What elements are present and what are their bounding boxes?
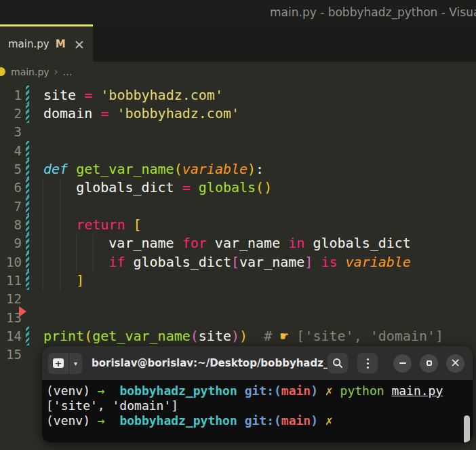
git-modified-marker xyxy=(26,160,29,178)
line-number: 3 xyxy=(0,124,22,139)
token xyxy=(338,254,346,270)
token: site xyxy=(43,87,84,103)
token: variable xyxy=(346,254,411,270)
token: → xyxy=(98,413,105,428)
code-line[interactable]: 1site = 'bobbyhadz.com' xyxy=(0,86,476,104)
token xyxy=(237,383,245,398)
token: ✗ xyxy=(325,383,333,398)
code-line[interactable]: 5def get_var_name(variable): xyxy=(0,160,476,178)
new-terminal-split-button[interactable]: + ▾ xyxy=(48,353,82,374)
git-modified-marker xyxy=(26,86,29,104)
line-number: 8 xyxy=(0,217,22,232)
new-tab-button[interactable]: + xyxy=(48,353,69,374)
git-modified-marker xyxy=(26,141,29,160)
token: ] xyxy=(76,272,84,288)
token: ( xyxy=(84,328,92,344)
token: globals xyxy=(199,179,256,195)
token: main.py xyxy=(391,383,443,398)
token: ( xyxy=(174,161,182,177)
token: globals_dict xyxy=(125,254,231,270)
code-text: return [ xyxy=(43,217,142,233)
close-icon: × xyxy=(450,356,460,369)
tab-bar: main.py M × xyxy=(0,24,476,62)
token: print xyxy=(43,328,84,344)
maximize-button[interactable] xyxy=(420,354,438,373)
token: in xyxy=(288,235,304,251)
code-line[interactable]: 14print(get_var_name(site)) # ☛ ['site',… xyxy=(0,326,476,345)
git-modified-marker xyxy=(26,197,29,215)
code-line[interactable]: 3 xyxy=(0,123,476,141)
terminal-scrollbar[interactable] xyxy=(464,415,470,443)
token: site xyxy=(199,328,231,344)
terminal-titlebar[interactable]: + ▾ borislav@borislav:~/Desktop/bobbyhad… xyxy=(42,346,473,380)
window-titlebar: main.py - bobbyhadz_python - Visua xyxy=(0,0,476,24)
tab-main-py[interactable]: main.py M × xyxy=(0,24,93,62)
code-line[interactable]: 2domain = 'bobbyhadz.com' xyxy=(0,104,476,122)
breadcrumb-file[interactable]: main.py xyxy=(11,67,49,77)
code-line[interactable]: 11 ] xyxy=(0,271,476,289)
line-number: 12 xyxy=(0,291,22,306)
token: ['site', 'domain'] xyxy=(46,398,178,413)
git-modified-marker xyxy=(26,104,29,122)
token: ) xyxy=(247,161,256,177)
token: globals_dict xyxy=(304,235,411,251)
token: (venv) xyxy=(46,383,98,398)
minimize-button[interactable] xyxy=(393,354,412,373)
token: for xyxy=(182,235,207,251)
menu-button[interactable] xyxy=(357,353,378,373)
token: [ xyxy=(231,254,239,270)
search-button[interactable] xyxy=(328,353,348,373)
token: [ xyxy=(133,217,141,233)
close-button[interactable]: × xyxy=(446,354,464,373)
token: git:( xyxy=(245,383,281,398)
token: 'bobbyhadz.com' xyxy=(117,105,239,121)
token: def xyxy=(43,161,76,177)
git-modified-marker xyxy=(26,252,29,271)
token: → xyxy=(98,383,105,398)
close-icon[interactable]: × xyxy=(74,37,85,51)
token: ] xyxy=(304,254,313,270)
git-deleted-marker[interactable] xyxy=(19,306,26,317)
code-text: ] xyxy=(43,272,84,288)
search-icon xyxy=(332,358,343,369)
tab-label: main.py xyxy=(8,38,49,50)
token: main xyxy=(281,413,311,428)
token: = xyxy=(84,87,100,103)
token: get_var_name xyxy=(76,161,174,177)
terminal-line: (venv) → bobbyhadz_python git:(main) ✗ p… xyxy=(46,383,473,398)
code-line[interactable]: 9 var_name for var_name in globals_dict xyxy=(0,234,476,252)
breadcrumb-ellipsis[interactable]: … xyxy=(63,67,74,77)
indent-guide xyxy=(60,178,60,290)
code-line[interactable]: 12 xyxy=(0,290,476,308)
code-lines: 1site = 'bobbyhadz.com'2domain = 'bobbyh… xyxy=(0,86,476,364)
terminal-title: borislav@borislav:~/Desktop/bobbyhadz_..… xyxy=(92,357,328,369)
line-number: 6 xyxy=(0,180,22,195)
terminal-line: ['site', 'domain'] xyxy=(46,398,473,413)
code-line[interactable]: 6 globals_dict = globals() xyxy=(0,179,476,197)
code-line[interactable]: 10 if globals_dict[var_name] is variable xyxy=(0,252,476,271)
code-line[interactable]: 7 xyxy=(0,197,476,215)
kebab-menu-icon xyxy=(367,358,369,369)
indent-guide xyxy=(93,234,94,271)
chevron-right-icon: › xyxy=(54,66,58,78)
code-line[interactable]: 4 xyxy=(0,141,476,160)
token: (venv) xyxy=(46,413,98,428)
git-modified-marker xyxy=(26,234,29,252)
window-title: main.py - bobbyhadz_python - Visua xyxy=(270,5,476,19)
code-text: def get_var_name(variable): xyxy=(43,161,264,177)
terminal-output[interactable]: (venv) → bobbyhadz_python git:(main) ✗ p… xyxy=(42,380,473,443)
line-number: 14 xyxy=(0,329,22,343)
breadcrumb[interactable]: main.py › … xyxy=(0,62,476,81)
token: globals_dict xyxy=(43,179,182,195)
code-line[interactable]: 13 xyxy=(0,308,476,326)
token: # xyxy=(264,328,280,344)
token xyxy=(318,383,325,398)
token xyxy=(318,413,325,428)
token: () xyxy=(256,179,272,195)
token xyxy=(313,254,321,270)
token: domain xyxy=(43,105,100,121)
code-line[interactable]: 8 return [ xyxy=(0,215,476,233)
chevron-down-icon[interactable]: ▾ xyxy=(69,353,82,374)
code-text: globals_dict = globals() xyxy=(43,179,272,195)
terminal-lines: (venv) → bobbyhadz_python git:(main) ✗ p… xyxy=(46,383,473,428)
